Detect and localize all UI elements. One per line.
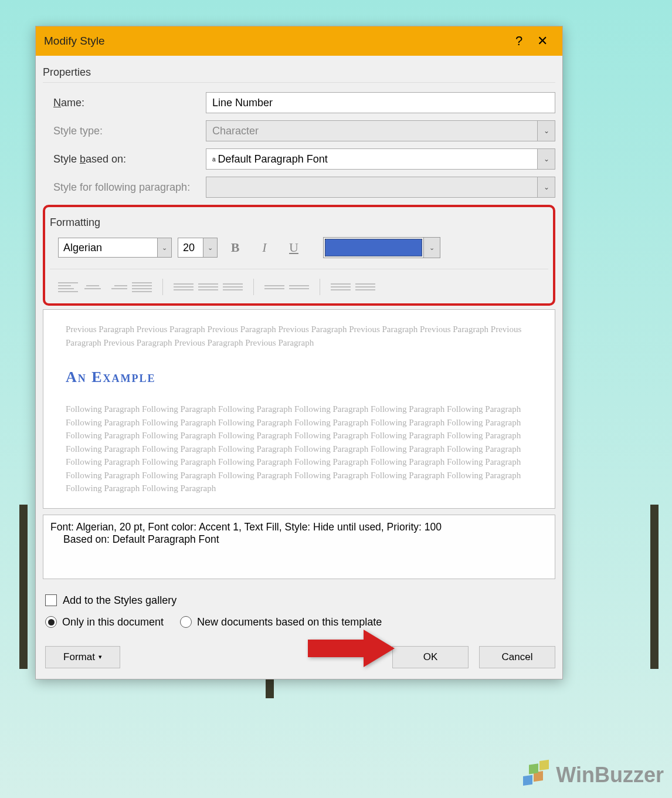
- chevron-down-icon: ⌄: [537, 177, 555, 197]
- preview-pane: Previous Paragraph Previous Paragraph Pr…: [43, 309, 555, 509]
- italic-button[interactable]: I: [253, 238, 276, 258]
- style-type-select: Character ⌄: [206, 120, 555, 141]
- style-type-label: Style type:: [53, 125, 194, 137]
- based-on-label: Style based on:: [53, 153, 194, 165]
- svg-rect-3: [529, 763, 538, 774]
- align-center-button: [83, 279, 103, 295]
- decrease-para-space-button: [289, 279, 309, 295]
- preview-sample-text: An Example: [66, 349, 532, 403]
- add-to-gallery-label: Add to the Styles gallery: [63, 594, 177, 607]
- align-left-button: [58, 279, 78, 295]
- svg-rect-4: [539, 760, 549, 770]
- line-spacing-1-5-button: [198, 279, 218, 295]
- indent-group: [331, 279, 386, 295]
- winbuzzer-logo-icon: [518, 758, 552, 792]
- style-description: Font: Algerian, 20 pt, Font color: Accen…: [43, 515, 555, 579]
- chevron-down-icon[interactable]: ⌄: [537, 149, 555, 169]
- underline-button[interactable]: U: [282, 238, 306, 258]
- add-to-gallery-checkbox[interactable]: [45, 594, 57, 606]
- name-input[interactable]: [206, 92, 555, 113]
- chevron-down-icon[interactable]: ⌄: [157, 238, 171, 257]
- description-line-1: Font: Algerian, 20 pt, Font color: Accen…: [50, 521, 548, 533]
- chevron-down-icon[interactable]: ⌄: [203, 238, 217, 257]
- watermark-text: WinBuzzer: [556, 763, 664, 787]
- description-line-2: Based on: Default Paragraph Font: [50, 533, 548, 546]
- caret-down-icon: ▾: [99, 653, 102, 661]
- only-this-document-option[interactable]: Only in this document: [45, 616, 164, 628]
- font-size-select[interactable]: 20 ⌄: [178, 238, 218, 258]
- ok-button[interactable]: OK: [392, 646, 469, 668]
- preview-following-text: Following Paragraph Following Paragraph …: [66, 403, 532, 495]
- svg-marker-0: [308, 630, 395, 667]
- new-documents-label: New documents based on this template: [197, 616, 382, 628]
- following-label: Style for following paragraph:: [53, 181, 194, 194]
- properties-section-label: Properties: [43, 63, 555, 83]
- line-spacing-1-button: [174, 279, 194, 295]
- based-on-select[interactable]: aDefault Paragraph Font ⌄: [206, 148, 555, 170]
- align-right-button: [107, 279, 127, 295]
- align-justify-button: [132, 279, 152, 295]
- only-this-document-label: Only in this document: [62, 616, 164, 628]
- font-color-picker[interactable]: ⌄: [323, 237, 440, 258]
- para-spacing-group: [264, 279, 320, 295]
- based-on-row: Style based on: aDefault Paragraph Font …: [43, 145, 555, 173]
- increase-para-space-button: [264, 279, 284, 295]
- bold-button[interactable]: B: [223, 238, 247, 258]
- new-documents-radio[interactable]: [180, 616, 192, 628]
- dialog-title: Modify Style: [44, 35, 507, 48]
- following-select: ⌄: [206, 177, 555, 198]
- style-type-row: Style type: Character ⌄: [43, 117, 555, 145]
- line-spacing-2-button: [223, 279, 243, 295]
- following-row: Style for following paragraph: ⌄: [43, 173, 555, 201]
- increase-indent-button: [355, 279, 375, 295]
- format-dropdown-button[interactable]: Format ▾: [45, 646, 120, 668]
- name-label: Name:: [53, 97, 194, 109]
- only-this-document-radio[interactable]: [45, 616, 57, 628]
- titlebar: Modify Style ? ✕: [36, 26, 562, 56]
- alignment-group: [58, 279, 163, 295]
- color-swatch: [325, 239, 422, 256]
- new-documents-option[interactable]: New documents based on this template: [180, 616, 382, 628]
- decrease-indent-button: [331, 279, 351, 295]
- close-button[interactable]: ✕: [531, 29, 554, 53]
- name-row: Name:: [43, 89, 555, 117]
- spacing-group: [174, 279, 254, 295]
- watermark: WinBuzzer: [518, 758, 664, 792]
- modify-style-dialog: Modify Style ? ✕ Properties Name: Style …: [35, 26, 563, 679]
- chevron-down-icon[interactable]: ⌄: [423, 238, 440, 258]
- annotation-arrow: [308, 628, 396, 671]
- add-to-gallery-row[interactable]: Add to the Styles gallery: [45, 594, 555, 607]
- cancel-button[interactable]: Cancel: [479, 646, 555, 668]
- help-button[interactable]: ?: [507, 29, 531, 53]
- font-family-select[interactable]: Algerian ⌄: [58, 238, 172, 258]
- svg-rect-1: [523, 775, 532, 786]
- preview-previous-text: Previous Paragraph Previous Paragraph Pr…: [66, 323, 532, 349]
- formatting-section-highlighted: Formatting Algerian ⌄ 20 ⌄ B I U ⌄: [43, 205, 555, 306]
- chevron-down-icon: ⌄: [537, 121, 555, 141]
- formatting-section-label: Formatting: [50, 213, 548, 232]
